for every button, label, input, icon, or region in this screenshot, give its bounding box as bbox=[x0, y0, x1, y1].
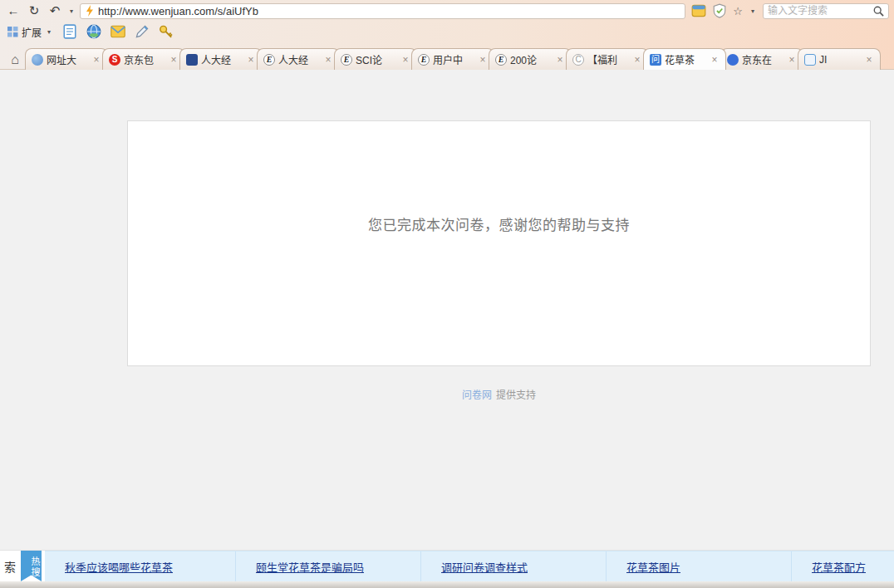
tab-close-icon[interactable]: × bbox=[710, 55, 720, 65]
tab-label: 人大经 bbox=[278, 52, 320, 66]
url-text[interactable]: http://www.wenjuan.com/s/aiUfYb bbox=[98, 5, 258, 17]
tab-close-icon[interactable]: × bbox=[91, 55, 101, 65]
wenjuan-logo-favicon-icon: 问 bbox=[650, 54, 661, 66]
hot-search-cell: 秋季应该喝哪些花草茶 bbox=[45, 551, 235, 581]
browser-tab[interactable]: E SCI论 × bbox=[334, 48, 417, 70]
s-logo-favicon-icon: S bbox=[109, 54, 120, 66]
browser-tab[interactable]: C 【福利 × bbox=[566, 48, 649, 70]
browser-tab[interactable]: JI × bbox=[798, 48, 881, 70]
e-logo-favicon-icon: E bbox=[263, 54, 275, 66]
tab-label: 200论 bbox=[510, 52, 552, 66]
restore-dropdown-icon[interactable]: ▾ bbox=[67, 7, 76, 15]
address-bar[interactable]: http://www.wenjuan.com/s/aiUfYb bbox=[80, 3, 685, 19]
search-side-label: 索 bbox=[0, 551, 20, 581]
e-logo-favicon-icon: E bbox=[495, 54, 507, 66]
browser-tab[interactable]: S 京东包 × bbox=[102, 48, 185, 70]
bottom-edge-strip bbox=[0, 581, 894, 588]
browser-chrome: ← ↻ ↶ ▾ http://www.wenjuan.com/s/aiUfYb bbox=[0, 0, 894, 70]
key-icon[interactable] bbox=[159, 24, 174, 39]
bookmark-star-icon[interactable]: ☆ bbox=[733, 5, 743, 17]
survey-complete-panel: 您已完成本次问卷，感谢您的帮助与支持 bbox=[127, 120, 871, 366]
refresh-icon[interactable]: ↻ bbox=[26, 2, 42, 19]
doc-favicon-icon bbox=[804, 54, 816, 66]
tab-label: 花草茶 bbox=[665, 52, 706, 66]
e-logo-favicon-icon: E bbox=[341, 54, 352, 66]
hot-search-cell: 颐生堂花草茶是骗局吗 bbox=[235, 551, 420, 581]
globe-favicon-icon bbox=[32, 54, 43, 66]
home-icon[interactable]: ⌂ bbox=[5, 50, 25, 70]
tab-close-icon[interactable]: × bbox=[323, 55, 333, 65]
security-shield-icon[interactable] bbox=[712, 3, 727, 18]
hot-search-link[interactable]: 花草茶图片 bbox=[626, 559, 680, 575]
tab-label: 人大经 bbox=[201, 52, 243, 66]
tab-close-icon[interactable]: × bbox=[864, 55, 874, 65]
tab-label: 【福利 bbox=[587, 52, 629, 66]
browser-search-box[interactable] bbox=[763, 3, 889, 19]
tab-close-icon[interactable]: × bbox=[632, 55, 642, 65]
hot-search-cell: 花草茶图片 bbox=[606, 551, 791, 581]
wenjuan-link[interactable]: 问卷网 bbox=[462, 390, 492, 401]
lightning-icon bbox=[86, 5, 94, 17]
browser-tab[interactable]: 网址大 × bbox=[25, 48, 108, 70]
mail-extension-icon[interactable] bbox=[111, 24, 125, 39]
globe-extension-icon[interactable] bbox=[86, 24, 101, 39]
hot-search-link[interactable]: 花草茶配方 bbox=[812, 559, 866, 575]
browser-tab[interactable]: E 200论 × bbox=[489, 48, 572, 70]
grid-icon bbox=[7, 27, 18, 37]
browser-tab[interactable]: E 人大经 × bbox=[257, 48, 340, 70]
tab-label: 京东包 bbox=[124, 52, 165, 66]
hot-search-badge: 热搜 bbox=[21, 551, 42, 581]
search-input[interactable] bbox=[768, 5, 870, 17]
restore-tab-icon[interactable]: ↶ bbox=[47, 2, 63, 19]
loading-favicon-icon: C bbox=[572, 54, 584, 66]
address-actions: ☆ ▾ bbox=[690, 3, 759, 18]
hot-search-bar: 索 热搜 秋季应该喝哪些花草茶 颐生堂花草茶是骗局吗 调研问卷调查样式 花草茶图… bbox=[0, 550, 894, 581]
browser-tab[interactable]: 人大经 × bbox=[179, 48, 263, 70]
browser-window: ← ↻ ↶ ▾ http://www.wenjuan.com/s/aiUfYb bbox=[0, 0, 894, 588]
tab-label: 网址大 bbox=[47, 52, 88, 66]
tab-bar: ⌂ 网址大 × S 京东包 × 人大经 × E 人大经 × bbox=[0, 43, 894, 70]
tab-close-icon[interactable]: × bbox=[246, 55, 256, 65]
hot-search-cell: 花草茶配方 bbox=[791, 551, 894, 581]
extensions-dropdown-icon: ▾ bbox=[45, 28, 53, 36]
back-icon[interactable]: ← bbox=[5, 2, 22, 19]
browser-tab-active[interactable]: 问 花草茶 × bbox=[643, 48, 726, 70]
hot-search-link[interactable]: 调研问卷调查样式 bbox=[441, 559, 528, 575]
edit-pen-icon[interactable] bbox=[135, 24, 150, 39]
powered-by-text: 提供支持 bbox=[496, 390, 536, 401]
forum-logo-favicon-icon bbox=[186, 54, 198, 66]
tab-close-icon[interactable]: × bbox=[169, 55, 179, 65]
e-logo-favicon-icon: E bbox=[418, 54, 430, 66]
browser-tab[interactable]: E 用户中 × bbox=[411, 48, 494, 70]
hot-search-link[interactable]: 颐生堂花草茶是骗局吗 bbox=[256, 559, 364, 575]
tab-close-icon[interactable]: × bbox=[555, 55, 565, 65]
tab-label: JI bbox=[819, 54, 861, 66]
tab-label: 京东在 bbox=[742, 52, 783, 66]
jd-logo-favicon-icon bbox=[727, 54, 739, 66]
bookmark-dropdown-icon[interactable]: ▾ bbox=[749, 7, 757, 15]
notes-extension-icon[interactable] bbox=[62, 24, 77, 39]
hot-search-link[interactable]: 秋季应该喝哪些花草茶 bbox=[65, 559, 173, 575]
survey-complete-message: 您已完成本次问卷，感谢您的帮助与支持 bbox=[368, 213, 630, 234]
extensions-menu-button[interactable]: 扩展 ▾ bbox=[7, 25, 53, 39]
reading-mode-icon[interactable] bbox=[691, 3, 706, 18]
browser-tab[interactable]: 京东在 × bbox=[720, 48, 803, 70]
tab-close-icon[interactable]: × bbox=[787, 55, 797, 65]
hot-search-cell: 调研问卷调查样式 bbox=[420, 551, 606, 581]
navigation-bar: ← ↻ ↶ ▾ http://www.wenjuan.com/s/aiUfYb bbox=[0, 0, 894, 20]
tab-close-icon[interactable]: × bbox=[400, 55, 410, 65]
tab-label: 用户中 bbox=[433, 52, 474, 66]
tab-close-icon[interactable]: × bbox=[478, 55, 488, 65]
powered-by-line: 问卷网提供支持 bbox=[127, 387, 871, 401]
hot-search-links: 秋季应该喝哪些花草茶 颐生堂花草茶是骗局吗 调研问卷调查样式 花草茶图片 花草茶… bbox=[45, 551, 894, 581]
extensions-toolbar: 扩展 ▾ bbox=[0, 20, 894, 43]
search-icon[interactable] bbox=[873, 6, 884, 17]
tab-label: SCI论 bbox=[356, 52, 397, 66]
page-content: 您已完成本次问卷，感谢您的帮助与支持 问卷网提供支持 bbox=[0, 70, 894, 550]
extensions-label: 扩展 bbox=[22, 25, 42, 39]
